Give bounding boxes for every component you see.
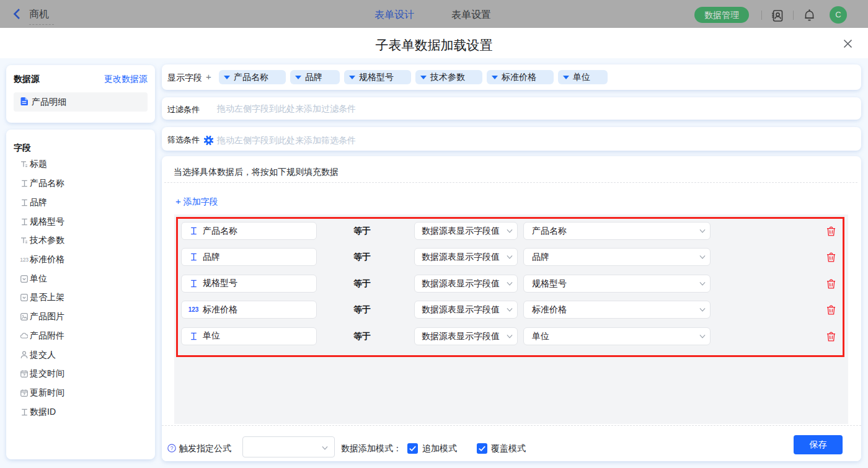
svg-text:?: ? bbox=[170, 445, 173, 451]
